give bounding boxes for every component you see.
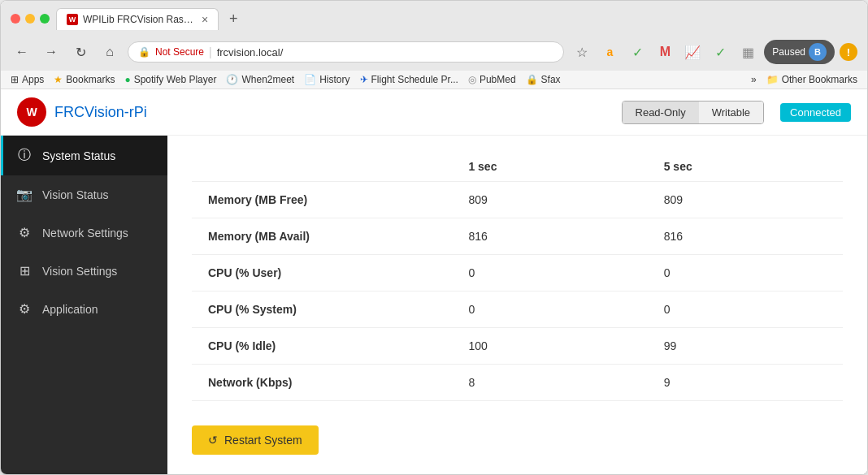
sidebar-vision-status-label: Vision Status — [42, 188, 108, 201]
bookmark-apps[interactable]: ⊞ Apps — [11, 74, 44, 85]
app-title: FRCVision-rPi — [54, 104, 622, 121]
content-area: 1 sec 5 sec Memory (MB Free) 809 809 Mem… — [167, 136, 867, 474]
close-window-button[interactable] — [11, 14, 20, 24]
tab-favicon: W — [67, 14, 78, 25]
address-actions: ☆ a ✓ M 📈 ✓ ▦ Paused B ! — [571, 40, 857, 64]
paused-button[interactable]: Paused B — [764, 40, 835, 64]
read-only-button[interactable]: Read-Only — [623, 101, 699, 123]
sidebar-item-vision-settings[interactable]: ⊞ Vision Settings — [1, 252, 167, 290]
bookmark-when2meet[interactable]: 🕐 When2meet — [226, 74, 294, 85]
sidebar: ⓘ System Status 📷 Vision Status ⚙ Networ… — [1, 136, 167, 474]
gmail-icon[interactable]: M — [653, 41, 676, 63]
col-5sec-header: 5 sec — [648, 152, 843, 182]
restart-system-label: Restart System — [224, 434, 302, 447]
table-row: CPU (% System) 0 0 — [192, 291, 843, 328]
main-layout: ⓘ System Status 📷 Vision Status ⚙ Networ… — [1, 136, 867, 474]
bookmark-apps-label: Apps — [22, 74, 44, 85]
browser-window: W WPILib FRCVision Raspberry P... × + ← … — [0, 0, 868, 475]
bookmark-bookmarks-label: Bookmarks — [66, 74, 115, 85]
camera-icon: 📷 — [16, 187, 33, 202]
maximize-window-button[interactable] — [40, 14, 50, 24]
title-bar: W WPILib FRCVision Raspberry P... × + — [1, 1, 867, 35]
app-content: W FRCVision-rPi Read-Only Writable Conne… — [1, 89, 867, 474]
paused-label: Paused — [772, 46, 805, 58]
connected-badge: Connected — [780, 103, 851, 122]
green-check-icon[interactable]: ✓ — [709, 41, 731, 63]
sidebar-item-network-settings[interactable]: ⚙ Network Settings — [1, 214, 167, 252]
metric-cell: CPU (% Idle) — [192, 328, 452, 365]
sidebar-network-settings-label: Network Settings — [42, 227, 128, 240]
metric-cell: CPU (% System) — [192, 291, 452, 328]
minimize-window-button[interactable] — [25, 14, 35, 24]
sidebar-item-vision-status[interactable]: 📷 Vision Status — [1, 175, 167, 214]
sidebar-system-status-label: System Status — [42, 149, 115, 162]
table-row: Memory (MB Avail) 816 816 — [192, 218, 843, 255]
one-sec-cell: 809 — [452, 182, 647, 218]
mode-buttons: Read-Only Writable — [622, 101, 765, 124]
sfax-icon: 🔒 — [526, 74, 538, 85]
writable-button[interactable]: Writable — [699, 101, 763, 123]
tab-bar: W WPILib FRCVision Raspberry P... × + — [56, 7, 245, 30]
five-sec-cell: 816 — [648, 218, 843, 255]
bookmark-pubmed-label: PubMed — [480, 74, 516, 85]
col-1sec-header: 1 sec — [452, 152, 647, 182]
refresh-button[interactable]: ↻ — [69, 41, 92, 63]
profile-circle: B — [809, 43, 827, 61]
five-sec-cell: 809 — [648, 182, 843, 218]
folder-icon: 📁 — [766, 74, 779, 85]
warning-icon[interactable]: ! — [840, 43, 857, 61]
window-controls — [11, 14, 50, 24]
lock-icon: 🔒 — [138, 46, 150, 58]
address-bar: ← → ↻ ⌂ 🔒 Not Secure | frcvision.local/ … — [1, 35, 867, 71]
url-text: frcvision.local/ — [217, 46, 284, 58]
bookmark-pubmed[interactable]: ◎ PubMed — [468, 74, 516, 85]
bookmark-flight-schedule[interactable]: ✈ Flight Schedule Pr... — [360, 74, 458, 85]
bookmark-sfax-label: Sfax — [541, 74, 561, 85]
bookmark-star-icon[interactable]: ☆ — [571, 41, 593, 63]
bookmark-bookmarks[interactable]: ★ Bookmarks — [54, 74, 115, 85]
five-sec-cell: 0 — [648, 291, 843, 328]
other-bookmarks[interactable]: 📁 Other Bookmarks — [766, 74, 857, 85]
apps-grid-icon: ⊞ — [11, 74, 19, 85]
star-icon: ★ — [54, 74, 63, 85]
col-metric-header — [192, 152, 452, 182]
spotify-icon: ● — [124, 74, 130, 85]
bookmark-history[interactable]: 📄 History — [304, 74, 349, 85]
back-button[interactable]: ← — [11, 41, 33, 63]
adblock-check-icon[interactable]: ✓ — [626, 41, 649, 63]
forward-button[interactable]: → — [40, 41, 63, 63]
doc-icon: 📄 — [304, 74, 316, 85]
new-tab-button[interactable]: + — [222, 7, 245, 30]
bookmark-sfax[interactable]: 🔒 Sfax — [526, 74, 561, 85]
sidebar-application-label: Application — [42, 303, 98, 316]
stats-table: 1 sec 5 sec Memory (MB Free) 809 809 Mem… — [192, 152, 843, 401]
restart-icon: ↺ — [208, 434, 218, 447]
metric-cell: Memory (MB Free) — [192, 182, 452, 218]
bookmark-spotify[interactable]: ● Spotify Web Player — [124, 74, 216, 85]
trending-icon[interactable]: 📈 — [681, 41, 704, 63]
grid-icon[interactable]: ▦ — [736, 41, 759, 63]
sidebar-item-system-status[interactable]: ⓘ System Status — [1, 136, 167, 175]
one-sec-cell: 816 — [452, 218, 647, 255]
vision-gear-icon: ⊞ — [16, 263, 33, 279]
tab-close-button[interactable]: × — [202, 14, 208, 25]
restart-system-button[interactable]: ↺ Restart System — [192, 425, 319, 455]
bookmark-spotify-label: Spotify Web Player — [134, 74, 217, 85]
title-bar-top: W WPILib FRCVision Raspberry P... × + — [11, 7, 857, 30]
amazon-icon[interactable]: a — [598, 41, 621, 63]
address-input-wrapper[interactable]: 🔒 Not Secure | frcvision.local/ — [128, 41, 564, 63]
sidebar-item-application[interactable]: ⚙ Application — [1, 290, 167, 328]
table-row: CPU (% User) 0 0 — [192, 255, 843, 291]
one-sec-cell: 100 — [452, 328, 647, 365]
sidebar-vision-settings-label: Vision Settings — [42, 265, 117, 278]
plane-icon: ✈ — [360, 74, 368, 85]
home-button[interactable]: ⌂ — [98, 41, 121, 63]
bookmarks-more-button[interactable]: » — [751, 74, 757, 85]
active-tab[interactable]: W WPILib FRCVision Raspberry P... × — [56, 8, 219, 30]
bookmark-flight-label: Flight Schedule Pr... — [371, 74, 458, 85]
metric-cell: CPU (% User) — [192, 255, 452, 291]
tab-title: WPILib FRCVision Raspberry P... — [83, 14, 197, 25]
info-circle-icon: ⓘ — [16, 147, 33, 164]
five-sec-cell: 9 — [648, 365, 843, 401]
url-separator: | — [209, 45, 212, 58]
